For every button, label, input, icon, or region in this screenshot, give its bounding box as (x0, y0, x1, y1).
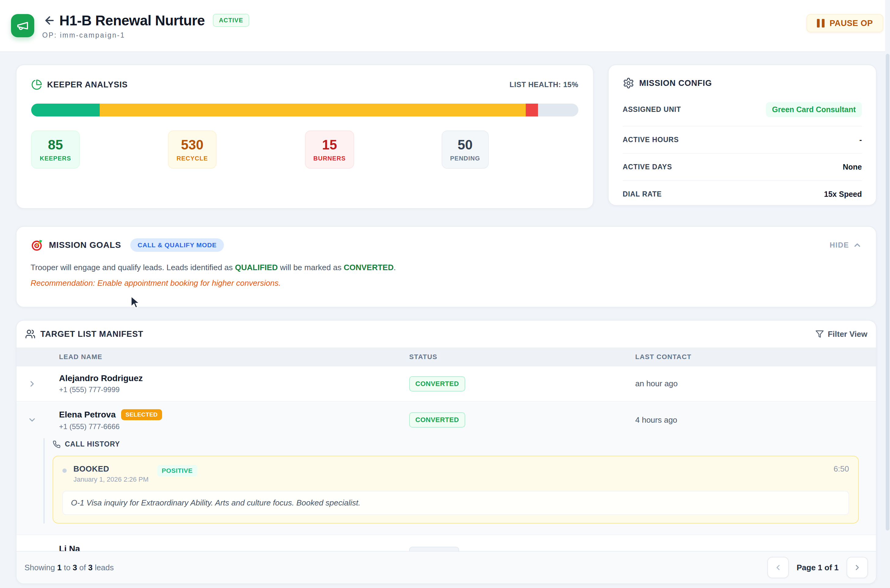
lead-name: Elena Petrova (59, 410, 116, 420)
table-header: LEAD NAME STATUS LAST CONTACT (17, 348, 876, 366)
config-row-assigned-unit: ASSIGNED UNIT Green Card Consultant (623, 93, 862, 126)
table-row-elena[interactable]: Elena Petrova SELECTED +1 (555) 777-6666… (17, 402, 876, 535)
stat-recycle: 530 RECYCLE (168, 130, 216, 169)
scrollbar[interactable] (885, 0, 890, 588)
call-date: January 1, 2026 2:26 PM (74, 476, 149, 483)
pause-op-button[interactable]: PAUSE OP (806, 14, 883, 32)
stat-keepers: 85 KEEPERS (31, 130, 80, 169)
back-button[interactable] (42, 13, 57, 28)
sentiment-badge: POSITIVE (157, 465, 197, 477)
arrow-left-icon (44, 14, 56, 27)
call-history-section: CALL HISTORY BOOKED January 1, 2026 2:26… (44, 438, 859, 524)
call-history-title: CALL HISTORY (65, 440, 120, 448)
bullet-dot-icon (62, 468, 67, 473)
lead-phone: +1 (555) 777-9999 (59, 386, 409, 394)
bar-segment-keepers (31, 104, 100, 117)
lead-name: Alejandro Rodriguez (59, 374, 409, 383)
page-title: H1-B Renewal Nurture (59, 12, 205, 29)
column-lead-name: LEAD NAME (59, 353, 409, 361)
hide-toggle[interactable]: HIDE (830, 240, 862, 250)
bar-segment-recycle (100, 104, 526, 117)
filter-view-button[interactable]: Filter View (815, 330, 867, 339)
pause-icon (817, 19, 825, 27)
chevron-up-icon (853, 240, 862, 250)
expand-row-button[interactable] (17, 379, 59, 388)
keeper-analysis-card: KEEPER ANALYSIS LIST HEALTH: 15% 85 KEEP… (16, 64, 594, 209)
lead-phone: +1 (555) 777-6666 (59, 422, 409, 431)
phone-icon (53, 440, 60, 448)
keeper-analysis-title: KEEPER ANALYSIS (47, 80, 128, 90)
mode-badge: CALL & QUALIFY MODE (130, 238, 224, 252)
stat-pending: 50 PENDING (442, 130, 489, 169)
chevron-left-icon (774, 563, 782, 572)
pie-chart-icon (31, 79, 42, 90)
stat-burners: 15 BURNERS (305, 130, 355, 169)
list-health-bar (31, 104, 578, 117)
column-status: STATUS (409, 353, 635, 361)
showing-summary: Showing 1 to 3 of 3 leads (24, 563, 114, 572)
target-list-card: TARGET LIST MANIFEST Filter View LEAD NA… (16, 320, 876, 584)
config-row-dial-rate: DIAL RATE 15x Speed (623, 181, 862, 207)
dartboard-icon (31, 238, 44, 252)
mission-config-title: MISSION CONFIG (639, 78, 712, 88)
status-badge: CONVERTED (409, 412, 465, 428)
scrollbar-thumb[interactable] (886, 54, 889, 531)
chevron-right-icon (27, 379, 37, 388)
megaphone-icon (11, 14, 34, 37)
table-footer: Showing 1 to 3 of 3 leads Page 1 of 1 (17, 551, 876, 584)
mission-goals-title: MISSION GOALS (49, 240, 121, 250)
status-badge: ACTIVE (213, 14, 249, 27)
config-row-active-days: ACTIVE DAYS None (623, 154, 862, 181)
list-health-value: LIST HEALTH: 15% (510, 80, 578, 89)
goals-description: Trooper will engage and qualify leads. L… (31, 263, 862, 272)
chevron-right-icon (853, 563, 861, 572)
selected-badge: SELECTED (121, 409, 162, 420)
gear-icon (623, 77, 634, 89)
call-outcome: BOOKED (74, 464, 109, 473)
app-header: H1-B Renewal Nurture ACTIVE OP: imm-camp… (0, 0, 890, 52)
bar-segment-burners (526, 104, 538, 117)
column-last-contact: LAST CONTACT (635, 353, 876, 361)
status-badge: CONVERTED (409, 376, 465, 392)
last-contact: an hour ago (635, 379, 876, 388)
chevron-down-icon (27, 416, 37, 424)
collapse-row-button[interactable] (17, 416, 59, 424)
table-row-alejandro[interactable]: Alejandro Rodriguez +1 (555) 777-9999 CO… (17, 366, 876, 402)
config-row-active-hours: ACTIVE HOURS - (623, 126, 862, 154)
call-duration: 6:50 (833, 464, 849, 474)
assigned-unit-value: Green Card Consultant (766, 102, 862, 117)
users-icon (25, 329, 36, 339)
target-list-title: TARGET LIST MANIFEST (41, 330, 143, 339)
call-history-entry: BOOKED January 1, 2026 2:26 PM POSITIVE … (53, 456, 859, 524)
funnel-icon (815, 330, 824, 338)
mission-goals-card: MISSION GOALS CALL & QUALIFY MODE HIDE T… (16, 226, 876, 308)
prev-page-button[interactable] (767, 557, 789, 578)
operation-id: OP: imm-campaign-1 (42, 31, 249, 39)
page-indicator: Page 1 of 1 (797, 563, 839, 572)
last-contact: 4 hours ago (635, 416, 876, 425)
mission-config-card: MISSION CONFIG ASSIGNED UNIT Green Card … (608, 64, 876, 206)
next-page-button[interactable] (846, 557, 868, 578)
goals-recommendation: Recommendation: Enable appointment booki… (31, 278, 862, 288)
call-transcript: O-1 Visa inquiry for Extraordinary Abili… (62, 491, 849, 515)
